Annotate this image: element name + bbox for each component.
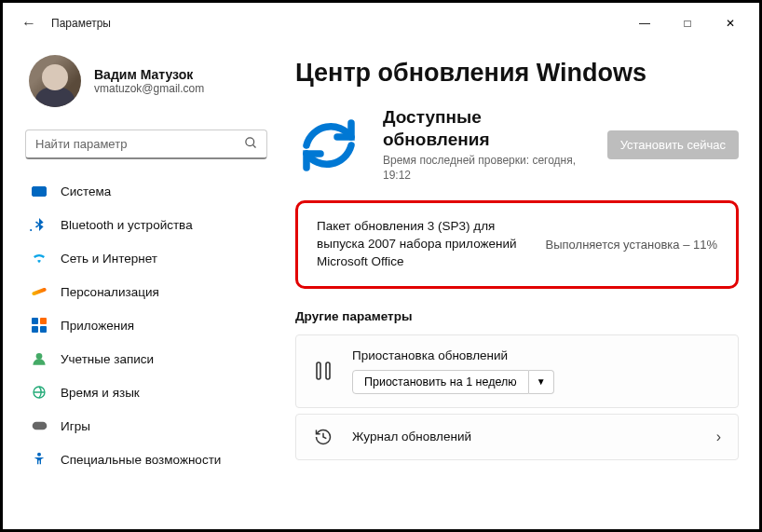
brush-icon xyxy=(31,283,48,300)
page-title: Центр обновления Windows xyxy=(295,59,739,88)
back-button[interactable]: ← xyxy=(21,15,36,32)
update-item-card: Пакет обновления 3 (SP3) для выпуска 200… xyxy=(295,200,739,289)
svg-rect-7 xyxy=(326,362,330,379)
search-icon xyxy=(244,136,258,154)
sidebar-item-system[interactable]: Система xyxy=(21,174,271,208)
pause-updates-card[interactable]: Приостановка обновлений Приостановить на… xyxy=(295,334,739,408)
minimize-button[interactable]: — xyxy=(623,8,666,38)
sidebar-item-label: Учетные записи xyxy=(61,352,154,366)
person-icon xyxy=(31,350,48,367)
sidebar-item-label: Специальные возможности xyxy=(61,453,221,467)
install-now-button[interactable]: Установить сейчас xyxy=(607,130,739,159)
sidebar-item-network[interactable]: Сеть и Интернет xyxy=(21,241,271,275)
pause-icon xyxy=(313,361,333,381)
titlebar: ← Параметры — □ ✕ xyxy=(3,3,759,44)
update-header: Доступные обновления Время последней про… xyxy=(295,106,739,184)
update-history-card[interactable]: Журнал обновлений › xyxy=(295,414,739,460)
svg-point-5 xyxy=(37,453,41,457)
sidebar-item-time[interactable]: Время и язык xyxy=(21,375,271,409)
other-settings-title: Другие параметры xyxy=(295,309,739,323)
bluetooth-icon: ฺ︎ xyxy=(31,216,48,233)
svg-line-1 xyxy=(252,144,255,147)
sidebar-item-accounts[interactable]: Учетные записи xyxy=(21,342,271,375)
apps-icon xyxy=(31,317,48,334)
sync-icon xyxy=(295,112,362,179)
sidebar-item-accessibility[interactable]: Специальные возможности xyxy=(21,443,271,476)
gamepad-icon xyxy=(31,417,48,434)
pause-label: Приостановка обновлений xyxy=(352,348,721,362)
svg-point-0 xyxy=(246,138,254,146)
clock-globe-icon xyxy=(31,384,48,401)
sidebar: Вадим Матузок vmatuzok@gmail.com Система… xyxy=(3,44,282,529)
sidebar-item-apps[interactable]: Приложения xyxy=(21,308,271,342)
accessibility-icon xyxy=(31,451,48,468)
sidebar-item-label: Система xyxy=(61,184,111,198)
profile-name: Вадим Матузок xyxy=(94,67,204,82)
pause-dropdown-caret[interactable]: ▼ xyxy=(529,370,554,394)
display-icon xyxy=(32,186,47,197)
svg-rect-6 xyxy=(317,362,320,379)
svg-rect-4 xyxy=(32,422,47,430)
avatar xyxy=(29,55,81,107)
svg-point-2 xyxy=(36,353,43,360)
app-title: Параметры xyxy=(51,17,111,30)
update-item-name: Пакет обновления 3 (SP3) для выпуска 200… xyxy=(317,218,527,271)
wifi-icon xyxy=(31,250,48,266)
sidebar-item-label: Персонализация xyxy=(61,285,159,299)
sidebar-item-label: Время и язык xyxy=(61,386,140,400)
sidebar-item-label: Сеть и Интернет xyxy=(61,252,157,266)
updates-available-title: Доступные обновления xyxy=(383,106,587,151)
sidebar-item-bluetooth[interactable]: ฺ︎Bluetooth и устройства xyxy=(21,208,271,241)
sidebar-item-label: Приложения xyxy=(61,319,134,333)
sidebar-item-personalization[interactable]: Персонализация xyxy=(21,275,271,308)
search-input[interactable] xyxy=(25,130,267,159)
maximize-button[interactable]: □ xyxy=(666,8,709,38)
sidebar-item-label: Игры xyxy=(61,419,90,433)
sidebar-item-games[interactable]: Игры xyxy=(21,409,271,443)
main-content: Центр обновления Windows Доступные обнов… xyxy=(282,44,759,529)
profile-email: vmatuzok@gmail.com xyxy=(94,82,204,95)
history-icon xyxy=(313,428,333,446)
pause-duration-button[interactable]: Приостановить на 1 неделю xyxy=(352,370,529,394)
history-label: Журнал обновлений xyxy=(352,430,698,443)
profile-block[interactable]: Вадим Матузок vmatuzok@gmail.com xyxy=(21,44,271,126)
sidebar-item-label: Bluetooth и устройства xyxy=(61,218,193,232)
last-check-label: Время последней проверки: сегодня, 19:12 xyxy=(383,153,587,184)
chevron-right-icon: › xyxy=(716,429,721,445)
update-item-status: Выполняется установка – 11% xyxy=(546,238,717,252)
close-button[interactable]: ✕ xyxy=(709,8,752,38)
